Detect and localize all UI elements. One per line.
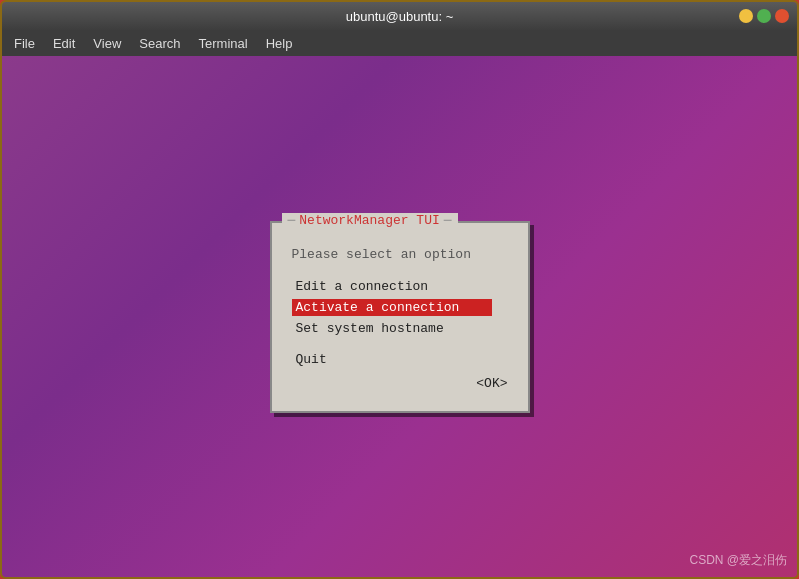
menu-bar: File Edit View Search Terminal Help [2,30,797,56]
minimize-button[interactable] [739,9,753,23]
tui-spacer [292,339,508,349]
tui-menu-edit-connection[interactable]: Edit a connection [292,278,508,295]
close-button[interactable] [775,9,789,23]
tui-subtitle: Please select an option [292,247,508,262]
menu-edit[interactable]: Edit [45,34,83,53]
tui-dialog: ─ NetworkManager TUI ─ Please select an … [270,221,530,413]
menu-terminal[interactable]: Terminal [191,34,256,53]
tui-menu-quit[interactable]: Quit [292,351,508,368]
terminal-body: ─ NetworkManager TUI ─ Please select an … [2,56,797,577]
tui-dialog-titlebar: ─ NetworkManager TUI ─ [282,213,458,228]
title-bar: ubuntu@ubuntu: ~ [2,2,797,30]
menu-search[interactable]: Search [131,34,188,53]
watermark: CSDN @爱之泪伤 [689,552,787,569]
menu-file[interactable]: File [6,34,43,53]
title-border-left: ─ [288,213,296,228]
tui-dialog-title: NetworkManager TUI [299,213,439,228]
menu-help[interactable]: Help [258,34,301,53]
tui-menu-activate-connection[interactable]: Activate a connection [292,299,492,316]
window-controls [739,9,789,23]
menu-view[interactable]: View [85,34,129,53]
terminal-window: ubuntu@ubuntu: ~ File Edit View Search T… [0,0,799,579]
tui-menu-set-hostname[interactable]: Set system hostname [292,320,508,337]
title-border-right: ─ [444,213,452,228]
window-title: ubuntu@ubuntu: ~ [346,9,454,24]
maximize-button[interactable] [757,9,771,23]
tui-ok-button[interactable]: <OK> [292,376,508,391]
